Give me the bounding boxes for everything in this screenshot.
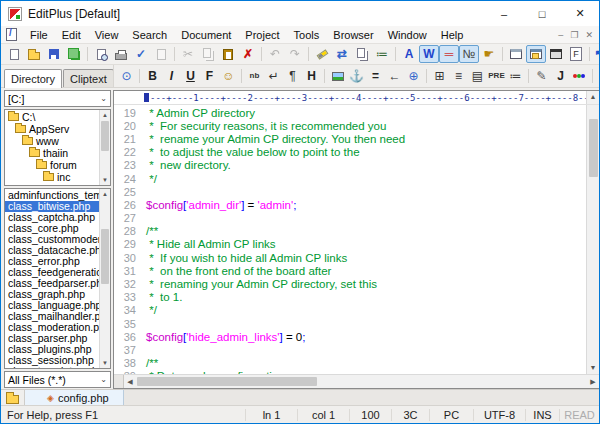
tree-item-c[interactable]: C:\: [5, 111, 99, 123]
scroll-down-icon[interactable]: ▼: [587, 362, 599, 374]
mdi-close-button[interactable]: ✕: [585, 30, 593, 40]
find-in-files-button[interactable]: [352, 45, 372, 63]
vertical-scrollbar-top[interactable]: ▲: [586, 91, 599, 104]
menu-file[interactable]: File: [23, 27, 55, 43]
italic-button[interactable]: I: [162, 68, 181, 85]
font-button[interactable]: F: [200, 68, 219, 85]
file-item-class_session.php[interactable]: class_session.php: [5, 355, 99, 366]
scroll-right-icon[interactable]: ▶: [587, 378, 599, 386]
special-character-button[interactable]: ☺: [219, 68, 238, 85]
menu-project[interactable]: Project: [238, 27, 286, 43]
tab-directory[interactable]: Directory: [4, 69, 62, 88]
file-item-class_feedparser.php[interactable]: class_feedparser.php: [5, 278, 99, 289]
file-item-class_error.php[interactable]: class_error.php: [5, 256, 99, 267]
file-item-class_graph.php[interactable]: class_graph.php: [5, 289, 99, 300]
minimize-button[interactable]: –: [485, 1, 523, 26]
colors-palette-button[interactable]: [570, 68, 589, 85]
function-list-button[interactable]: F: [566, 45, 586, 63]
scrollbar-thumb[interactable]: [589, 119, 598, 177]
indent-button[interactable]: ←: [385, 68, 404, 85]
show-ruler-button[interactable]: ═: [439, 45, 459, 63]
mdi-restore-button[interactable]: ❐: [570, 30, 578, 40]
scrollbar-thumb[interactable]: [137, 377, 317, 386]
file-item-class_feedgeneration.p[interactable]: class_feedgeneration.p: [5, 267, 99, 278]
tree-item-appserv[interactable]: AppServ: [5, 123, 99, 135]
delete-button[interactable]: ✗: [238, 45, 258, 63]
menu-tools[interactable]: Tools: [287, 27, 327, 43]
open-file-button[interactable]: [24, 45, 44, 63]
full-screen-button[interactable]: [506, 45, 526, 63]
editor-pane[interactable]: ---+----1----+----2----+----3----+----4-…: [113, 90, 599, 389]
scrollbar-thumb[interactable]: [101, 229, 109, 284]
scroll-left-icon[interactable]: ◀: [124, 378, 136, 386]
file-item-class_mailhandler.php[interactable]: class_mailhandler.php: [5, 311, 99, 322]
file-scrollbar[interactable]: ▲ ▼: [99, 189, 110, 368]
menu-document[interactable]: Document: [174, 27, 238, 43]
file-item-class_parser.php[interactable]: class_parser.php: [5, 333, 99, 344]
menu-window[interactable]: Window: [381, 27, 434, 43]
javascript-button[interactable]: J: [551, 68, 570, 85]
vertical-scrollbar[interactable]: ▼: [586, 105, 599, 374]
context-help-button[interactable]: ↖?: [593, 45, 600, 63]
preformatted-button[interactable]: PRE: [487, 68, 506, 85]
underline-button[interactable]: U: [181, 68, 200, 85]
scroll-down-icon[interactable]: ▼: [100, 175, 110, 185]
non-breaking-space-button[interactable]: nb: [245, 68, 264, 85]
set-font-button[interactable]: A: [399, 45, 419, 63]
save-all-button[interactable]: [64, 45, 84, 63]
paste-button[interactable]: [218, 45, 238, 63]
tree-scrollbar[interactable]: ▲ ▼: [99, 110, 110, 185]
bold-button[interactable]: B: [143, 68, 162, 85]
document-tab-config[interactable]: ◈ config.php: [25, 390, 124, 405]
directory-window-button[interactable]: [526, 45, 546, 63]
output-window-button[interactable]: [546, 45, 566, 63]
preferences-button[interactable]: ☛: [479, 45, 499, 63]
replace-button[interactable]: ⇄: [332, 45, 352, 63]
tree-item-www[interactable]: www: [5, 135, 99, 147]
close-button[interactable]: ✕: [561, 1, 599, 26]
splitter-box[interactable]: [114, 375, 124, 388]
list-button[interactable]: ≔: [506, 68, 525, 85]
save-button[interactable]: [44, 45, 64, 63]
file-item-class_bitwise.php[interactable]: class_bitwise.php: [5, 201, 99, 212]
table-row-button[interactable]: ≡: [449, 68, 468, 85]
tree-item-inc[interactable]: inc: [5, 171, 99, 183]
file-filter-select[interactable]: All Files (*.*) ⌄: [4, 371, 111, 388]
table-button[interactable]: ⊞: [430, 68, 449, 85]
maximize-button[interactable]: □: [523, 1, 561, 26]
scroll-up-icon[interactable]: ▲: [587, 91, 599, 103]
hyperlink-button[interactable]: ⊕: [404, 68, 423, 85]
menu-browser[interactable]: Browser: [326, 27, 380, 43]
menu-help[interactable]: Help: [434, 27, 471, 43]
file-item-adminfunctions_templ[interactable]: adminfunctions_templ: [5, 190, 99, 201]
document-icon[interactable]: [6, 28, 17, 41]
table-cell-button[interactable]: ▤: [468, 68, 487, 85]
title-bar[interactable]: EditPlus [Default] – □ ✕: [1, 1, 599, 26]
scrollbar-thumb[interactable]: [101, 121, 109, 151]
browser-preview-button[interactable]: ⊙: [117, 68, 136, 85]
menu-edit[interactable]: Edit: [55, 27, 88, 43]
file-item-class_moderation.php[interactable]: class_moderation.php: [5, 322, 99, 333]
new-document-button[interactable]: [4, 45, 24, 63]
drive-select[interactable]: [C:] ⌄: [4, 90, 111, 107]
file-item-class_datacache.php[interactable]: class_datacache.php: [5, 245, 99, 256]
paragraph-button[interactable]: ¶: [283, 68, 302, 85]
mdi-minimize-button[interactable]: –: [558, 30, 563, 40]
image-button[interactable]: [328, 68, 347, 85]
anchor-button[interactable]: ⚓: [347, 68, 366, 85]
horizontal-rule-button[interactable]: =: [366, 68, 385, 85]
file-item-class_captcha.php[interactable]: class_captcha.php: [5, 212, 99, 223]
tree-item-thaiin[interactable]: thaiin: [5, 147, 99, 159]
file-item-class_core.php[interactable]: class_core.php: [5, 223, 99, 234]
print-preview-button[interactable]: [91, 45, 111, 63]
tree-item-forum[interactable]: forum: [5, 159, 99, 171]
scroll-up-icon[interactable]: ▲: [100, 110, 110, 120]
scroll-down-icon[interactable]: ▼: [100, 358, 110, 368]
file-item-class_templates.php[interactable]: class_templates.php: [5, 366, 99, 368]
script-button[interactable]: ✎: [532, 68, 551, 85]
file-item-class_language.php[interactable]: class_language.php: [5, 300, 99, 311]
new-window-button[interactable]: ❐: [596, 68, 599, 85]
scroll-up-icon[interactable]: ▲: [100, 189, 110, 199]
line-break-button[interactable]: ↵: [264, 68, 283, 85]
horizontal-scrollbar[interactable]: ◀ ▶: [114, 374, 599, 388]
